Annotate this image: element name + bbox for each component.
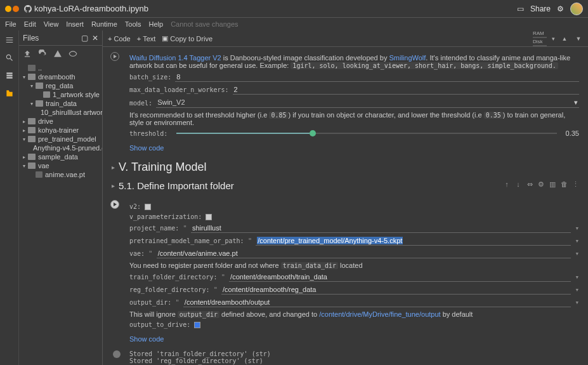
menu-help[interactable]: Help <box>149 20 164 28</box>
tree-dotdot[interactable]: .. <box>22 63 100 72</box>
settings-icon[interactable]: ⚙ <box>557 4 564 13</box>
train-dir-input[interactable]: /content/dreambooth/train_data <box>229 272 571 282</box>
tree-vae[interactable]: ▾vae <box>22 161 100 170</box>
github-icon <box>24 5 32 13</box>
menu-file[interactable]: File <box>5 20 16 28</box>
batch-size-input[interactable]: 8 <box>175 72 579 82</box>
wd-intro: Waifu Diffusion 1.4 Tagger V2 is Danboor… <box>129 54 579 69</box>
ignore-text: This will ignore output_dir defined abov… <box>129 310 579 318</box>
mount-drive-icon[interactable] <box>53 50 62 58</box>
nav-down-icon[interactable]: ▼ <box>574 34 583 43</box>
toc-icon[interactable] <box>5 36 14 44</box>
output-dir-label: output_dir: <box>129 299 171 306</box>
cell-toolbar: ↑ ↓ ⇔ ⚙ ▥ 🗑 ⋮ <box>503 180 579 189</box>
tree-dreambooth[interactable]: ▾dreambooth <box>22 72 100 81</box>
mirror-icon[interactable]: ▥ <box>549 180 556 189</box>
more-icon[interactable]: ⋮ <box>572 180 579 189</box>
tree-pretrained[interactable]: ▾pre_trained_model <box>22 135 100 143</box>
notebook-toolbar: + Code + Text ▣ Copy to Drive RAM Disk ▾… <box>103 30 588 47</box>
add-code-button[interactable]: + Code <box>108 35 131 43</box>
vparam-label: v_parameterization: <box>129 213 202 220</box>
files-title: Files <box>23 34 39 43</box>
cannot-save: Cannot save changes <box>171 20 238 28</box>
files-popout-icon[interactable]: ▢ <box>81 34 88 43</box>
run-button[interactable] <box>110 52 119 61</box>
tree-kohya[interactable]: ▸kohya-trainer <box>22 126 100 135</box>
threshold-slider[interactable] <box>176 133 556 134</box>
move-up-icon[interactable]: ↑ <box>503 180 511 189</box>
menu-runtime[interactable]: Runtime <box>91 20 117 28</box>
delete-icon[interactable]: 🗑 <box>560 180 568 189</box>
add-text-button[interactable]: + Text <box>137 35 156 43</box>
vae-input[interactable]: /content/vae/anime.vae.pt <box>157 249 572 258</box>
model-label: model: <box>129 100 152 107</box>
vae-label: vae: <box>129 250 145 257</box>
files-icon[interactable] <box>5 89 14 98</box>
menu-insert[interactable]: Insert <box>66 20 84 28</box>
move-down-icon[interactable]: ↓ <box>514 180 522 189</box>
cell-settings-icon[interactable]: ⚙ <box>537 180 545 189</box>
workers-input[interactable]: 2 <box>233 85 579 95</box>
menu-view[interactable]: View <box>44 20 59 28</box>
cell-wd14: Waifu Diffusion 1.4 Tagger V2 is Danboor… <box>112 50 579 154</box>
tree-drive[interactable]: ▸drive <box>22 117 100 126</box>
vars-icon[interactable] <box>5 71 14 80</box>
otd-checkbox[interactable] <box>194 322 200 328</box>
menu-edit[interactable]: Edit <box>24 20 36 28</box>
colab-logo <box>5 6 19 12</box>
resource-indicator[interactable]: RAM Disk <box>533 30 547 46</box>
menu-tools[interactable]: Tools <box>125 20 141 28</box>
project-input[interactable]: shirulllust <box>191 223 571 233</box>
tree-train-child[interactable]: 10_shirulllust artwork style <box>22 108 100 117</box>
output-line: Stored 'reg_folder_directory' (str) <box>129 357 579 364</box>
main: + Code + Text ▣ Copy to Drive RAM Disk ▾… <box>103 30 588 365</box>
file-tree: .. ▾dreambooth ▾reg_data 1_artwork style… <box>19 62 102 180</box>
copy-drive-button[interactable]: ▣ Copy to Drive <box>162 34 212 43</box>
tree-anime-vae[interactable]: anime.vae.pt <box>22 170 100 179</box>
otd-label: output_to_drive: <box>129 321 190 328</box>
reg-dir-input[interactable]: /content/dreambooth/reg_data <box>221 285 571 295</box>
threshold-text: It's recommended to set threshold higher… <box>129 111 579 126</box>
output-dir-input[interactable]: /content/dreambooth/output <box>183 298 572 307</box>
output-status-icon <box>113 350 121 358</box>
pretrained-label: pretrained_model_name_or_path: <box>129 237 244 244</box>
show-code-link[interactable]: Show code <box>129 335 164 343</box>
tree-reg-child[interactable]: 1_artwork style <box>22 90 100 99</box>
hidden-icon[interactable] <box>69 50 77 58</box>
link-icon[interactable]: ⇔ <box>526 180 533 189</box>
nav-up-icon[interactable]: ▲ <box>560 34 569 43</box>
files-panel: Files ▢ ✕ .. ▾dreambooth ▾reg_data 1_art… <box>19 30 103 365</box>
pretrained-input[interactable]: /content/pre_trained_model/Anything-v4-5… <box>256 236 571 246</box>
collapse-icon[interactable]: ▸ <box>112 182 115 189</box>
tree-anything[interactable]: Anything-v4.5-pruned.ckpt <box>22 143 100 152</box>
tree-train-data[interactable]: ▾train_data <box>22 99 100 108</box>
comment-icon[interactable]: ▭ <box>517 4 524 13</box>
v2-label: v2: <box>129 203 141 210</box>
search-icon[interactable] <box>5 53 14 62</box>
v2-checkbox[interactable] <box>145 204 151 210</box>
run-button[interactable] <box>110 200 119 209</box>
model-select[interactable]: Swin_V2▾ <box>156 98 579 108</box>
cell-output: Stored 'train_folder_directory' (str) St… <box>112 348 579 365</box>
chevron-down-icon: ▾ <box>574 98 578 107</box>
collapse-icon[interactable]: ▸ <box>112 164 115 171</box>
upload-icon[interactable] <box>23 50 32 58</box>
tree-sample[interactable]: ▸sample_data <box>22 152 100 161</box>
threshold-label: threshold: <box>129 130 167 137</box>
threshold-value: 0.35 <box>566 129 579 137</box>
notebook-content[interactable]: Waifu Diffusion 1.4 Tagger V2 is Danboor… <box>103 47 588 365</box>
vparam-checkbox[interactable] <box>206 214 212 220</box>
register-text: You need to register parent folder and n… <box>129 262 579 269</box>
show-code-link[interactable]: Show code <box>129 144 164 152</box>
share-button[interactable]: Share <box>530 4 551 13</box>
header: kohya-LoRA-dreambooth.ipynb ▭ Share ⚙ <box>0 0 588 18</box>
batch-size-label: batch_size: <box>129 74 171 81</box>
tree-reg-data[interactable]: ▾reg_data <box>22 81 100 90</box>
menubar: File Edit View Insert Runtime Tools Help… <box>0 18 588 30</box>
avatar[interactable] <box>570 3 583 15</box>
notebook-title[interactable]: kohya-LoRA-dreambooth.ipynb <box>34 4 148 13</box>
files-close-icon[interactable]: ✕ <box>92 34 98 43</box>
train-dir-label: train_folder_directory: <box>129 274 217 281</box>
reg-dir-label: reg_folder_directory: <box>129 286 209 293</box>
refresh-icon[interactable] <box>38 50 47 58</box>
